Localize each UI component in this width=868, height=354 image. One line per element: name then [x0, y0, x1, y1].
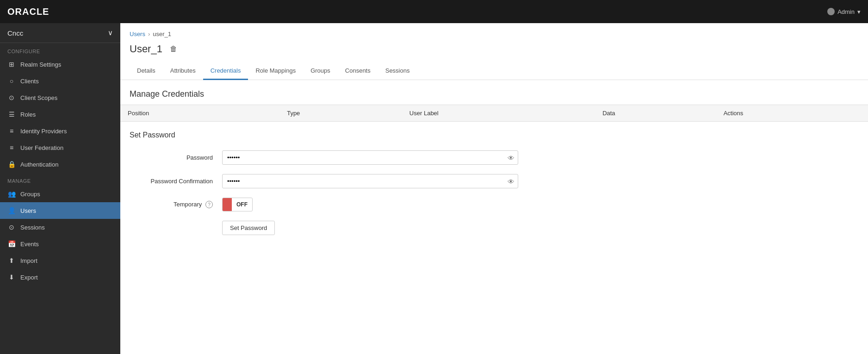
password-label: Password: [130, 154, 222, 161]
col-position: Position: [120, 105, 279, 122]
breadcrumb-current: user_1: [153, 31, 171, 37]
sidebar-item-label: Import: [20, 257, 37, 264]
realm-settings-icon: ⊞: [7, 60, 16, 68]
sidebar-item-label: Identity Providers: [20, 128, 67, 135]
tab-consents[interactable]: Consents: [338, 62, 378, 80]
password-confirmation-row: Password Confirmation 👁: [120, 170, 868, 192]
users-icon: 👤: [7, 206, 16, 215]
sidebar-item-clients[interactable]: ○ Clients: [0, 73, 120, 89]
sidebar-item-client-scopes[interactable]: ⊙ Client Scopes: [0, 89, 120, 106]
sidebar-item-label: Groups: [20, 191, 40, 198]
sidebar-item-label: Realm Settings: [20, 61, 61, 68]
temporary-toggle-wrap: OFF: [222, 198, 253, 211]
tab-details[interactable]: Details: [130, 62, 163, 80]
realm-chevron-icon: ∨: [108, 29, 113, 37]
realm-selector[interactable]: Cncc ∨: [0, 23, 120, 43]
col-user-label: User Label: [402, 105, 595, 122]
sidebar-item-label: User Federation: [20, 144, 63, 151]
password-confirmation-input[interactable]: [222, 174, 518, 188]
sessions-icon: ⊙: [7, 223, 16, 231]
roles-icon: ☰: [7, 110, 16, 118]
credentials-table: Position Type User Label Data Actions: [120, 105, 868, 122]
breadcrumb-separator: ›: [148, 31, 150, 37]
admin-caret-icon: ▾: [857, 8, 861, 15]
breadcrumb: Users › user_1: [120, 23, 868, 41]
sidebar-item-label: Events: [20, 241, 39, 248]
password-input[interactable]: [222, 150, 518, 165]
realm-name: Cncc: [7, 29, 23, 37]
tabs-bar: Details Attributes Credentials Role Mapp…: [120, 62, 868, 80]
tab-attributes[interactable]: Attributes: [163, 62, 203, 80]
oracle-logo: ORACLE: [7, 6, 49, 17]
password-input-wrap: 👁: [222, 150, 518, 165]
temporary-row: Temporary ? OFF: [120, 194, 868, 215]
import-icon: ⬆: [7, 256, 16, 265]
events-icon: 📅: [7, 240, 16, 248]
sidebar-item-sessions[interactable]: ⊙ Sessions: [0, 219, 120, 236]
page-title: User_1: [130, 43, 162, 55]
admin-avatar: [827, 8, 835, 15]
password-confirmation-input-wrap: 👁: [222, 174, 518, 188]
page-header: User_1 🗑: [120, 41, 868, 62]
col-data: Data: [595, 105, 716, 122]
tab-credentials[interactable]: Credentials: [203, 62, 248, 80]
sidebar-item-label: Clients: [20, 78, 39, 85]
sidebar-item-realm-settings[interactable]: ⊞ Realm Settings: [0, 56, 120, 73]
groups-icon: 👥: [7, 190, 16, 198]
export-icon: ⬇: [7, 273, 16, 281]
col-actions: Actions: [716, 105, 868, 122]
main-layout: Cncc ∨ Configure ⊞ Realm Settings ○ Clie…: [0, 23, 868, 354]
breadcrumb-users-link[interactable]: Users: [130, 31, 145, 37]
col-type: Type: [279, 105, 402, 122]
top-navbar: ORACLE Admin ▾: [0, 0, 868, 23]
sidebar-item-groups[interactable]: 👥 Groups: [0, 186, 120, 202]
sidebar-item-label: Authentication: [20, 161, 58, 168]
sidebar-item-authentication[interactable]: 🔒 Authentication: [0, 156, 120, 173]
tab-sessions[interactable]: Sessions: [378, 62, 417, 80]
delete-user-button[interactable]: 🗑: [167, 44, 180, 54]
manage-credentials-title: Manage Credentials: [120, 80, 868, 105]
authentication-icon: 🔒: [7, 160, 16, 168]
temporary-help-icon: ?: [205, 201, 213, 208]
admin-label: Admin: [837, 8, 855, 15]
tab-groups[interactable]: Groups: [303, 62, 338, 80]
password-confirmation-label: Password Confirmation: [130, 178, 222, 185]
configure-section-label: Configure: [0, 43, 120, 56]
identity-providers-icon: ≡: [7, 127, 16, 135]
toggle-indicator: [223, 198, 232, 211]
sidebar-item-label: Sessions: [20, 224, 45, 231]
temporary-label: Temporary ?: [130, 201, 222, 209]
sidebar-item-label: Client Scopes: [20, 94, 57, 101]
sidebar-item-events[interactable]: 📅 Events: [0, 236, 120, 252]
clients-icon: ○: [7, 77, 16, 85]
manage-section-label: Manage: [0, 173, 120, 186]
toggle-label: OFF: [232, 201, 252, 208]
sidebar-item-users[interactable]: 👤 Users: [0, 202, 120, 219]
sidebar-item-label: Roles: [20, 111, 36, 118]
sidebar-item-export[interactable]: ⬇ Export: [0, 269, 120, 286]
sidebar-item-user-federation[interactable]: ≡ User Federation: [0, 139, 120, 156]
password-confirmation-toggle-visibility-button[interactable]: 👁: [508, 177, 515, 185]
sidebar-item-label: Users: [20, 207, 36, 214]
set-password-button[interactable]: Set Password: [222, 221, 275, 235]
sidebar-item-identity-providers[interactable]: ≡ Identity Providers: [0, 123, 120, 139]
sidebar-item-roles[interactable]: ☰ Roles: [0, 106, 120, 123]
content-area: Users › user_1 User_1 🗑 Details Attribut…: [120, 23, 868, 354]
password-toggle-visibility-button[interactable]: 👁: [508, 154, 515, 161]
temporary-toggle-button[interactable]: OFF: [222, 198, 253, 211]
sidebar: Cncc ∨ Configure ⊞ Realm Settings ○ Clie…: [0, 23, 120, 354]
client-scopes-icon: ⊙: [7, 93, 16, 102]
admin-menu[interactable]: Admin ▾: [827, 8, 861, 15]
user-federation-icon: ≡: [7, 143, 16, 152]
sidebar-item-label: Export: [20, 274, 38, 281]
sidebar-item-import[interactable]: ⬆ Import: [0, 252, 120, 269]
password-row: Password 👁: [120, 147, 868, 168]
tab-role-mappings[interactable]: Role Mappings: [248, 62, 303, 80]
set-password-title: Set Password: [120, 122, 868, 147]
